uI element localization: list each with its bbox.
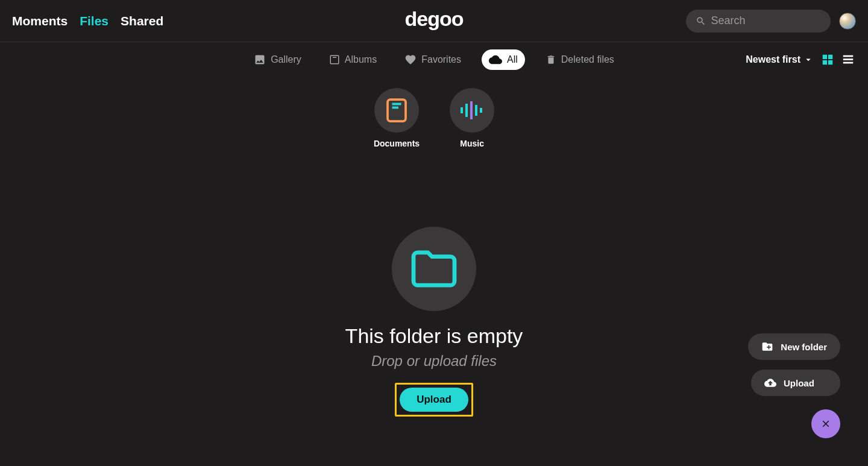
avatar[interactable] <box>839 13 856 30</box>
sort-dropdown[interactable]: Newest first <box>746 54 814 65</box>
trash-icon <box>546 54 556 66</box>
documents-label: Documents <box>374 139 420 148</box>
nav-shared[interactable]: Shared <box>121 14 163 28</box>
svg-rect-6 <box>843 62 854 64</box>
new-folder-icon <box>761 341 773 353</box>
filter-bar: Gallery Albums Favorites All Deleted fil… <box>0 42 868 77</box>
upload-fab-button[interactable]: Upload <box>751 370 840 396</box>
svg-rect-2 <box>823 60 827 65</box>
music-label: Music <box>460 139 484 148</box>
filter-all-label: All <box>507 54 518 65</box>
sort-label: Newest first <box>746 54 800 65</box>
svg-rect-5 <box>843 58 854 60</box>
nav-files[interactable]: Files <box>80 14 108 28</box>
filter-deleted[interactable]: Deleted files <box>538 50 621 69</box>
empty-state: This folder is empty Drop or upload file… <box>0 227 868 417</box>
svg-rect-1 <box>828 55 832 59</box>
filter-favorites[interactable]: Favorites <box>397 50 468 69</box>
svg-rect-3 <box>828 60 832 65</box>
folder-icon <box>409 248 459 289</box>
close-icon <box>820 418 831 429</box>
header: Moments Files Shared degoo <box>0 0 868 42</box>
filters: Gallery Albums Favorites All Deleted fil… <box>247 49 621 70</box>
fab-group: New folder Upload <box>748 333 840 396</box>
filter-all[interactable]: All <box>482 49 525 70</box>
svg-rect-11 <box>465 104 468 117</box>
cloud-icon <box>489 53 502 66</box>
grid-view-icon[interactable] <box>821 53 834 66</box>
cloud-upload-icon <box>764 377 776 389</box>
new-folder-label: New folder <box>781 342 827 352</box>
filter-favorites-label: Favorites <box>421 54 461 65</box>
new-folder-button[interactable]: New folder <box>748 333 840 360</box>
empty-subtitle: Drop or upload files <box>371 353 497 370</box>
svg-rect-10 <box>461 107 463 113</box>
svg-rect-7 <box>388 99 406 121</box>
search-box[interactable] <box>686 10 831 33</box>
svg-rect-12 <box>470 101 473 119</box>
filter-albums[interactable]: Albums <box>322 50 384 69</box>
upload-highlight: Upload <box>395 383 473 417</box>
heart-icon <box>404 54 417 66</box>
list-view-icon[interactable] <box>841 53 855 66</box>
header-right <box>686 10 856 33</box>
svg-rect-4 <box>843 55 854 57</box>
upload-button[interactable]: Upload <box>400 388 468 412</box>
music-circle <box>450 88 494 133</box>
view-controls: Newest first <box>746 53 855 66</box>
filter-gallery-label: Gallery <box>271 54 301 65</box>
empty-title: This folder is empty <box>345 324 523 348</box>
image-icon <box>254 54 266 66</box>
nav-moments[interactable]: Moments <box>12 14 68 28</box>
svg-rect-0 <box>823 55 827 59</box>
empty-folder-circle <box>392 227 476 311</box>
filter-deleted-label: Deleted files <box>561 54 614 65</box>
categories: Documents Music <box>0 88 868 148</box>
album-icon <box>329 54 340 66</box>
svg-rect-14 <box>480 108 482 113</box>
nav-left: Moments Files Shared <box>12 14 163 28</box>
chevron-down-icon <box>803 54 814 65</box>
documents-circle <box>374 88 419 133</box>
filter-albums-label: Albums <box>345 54 377 65</box>
fab-close-button[interactable] <box>811 409 840 438</box>
filter-gallery[interactable]: Gallery <box>247 50 309 69</box>
search-icon <box>696 15 706 27</box>
logo: degoo <box>405 7 464 31</box>
search-input[interactable] <box>711 14 821 27</box>
category-documents[interactable]: Documents <box>374 88 420 148</box>
music-icon <box>459 100 485 121</box>
category-music[interactable]: Music <box>450 88 494 148</box>
document-icon <box>385 98 408 123</box>
svg-rect-13 <box>475 105 477 116</box>
upload-fab-label: Upload <box>784 378 814 388</box>
